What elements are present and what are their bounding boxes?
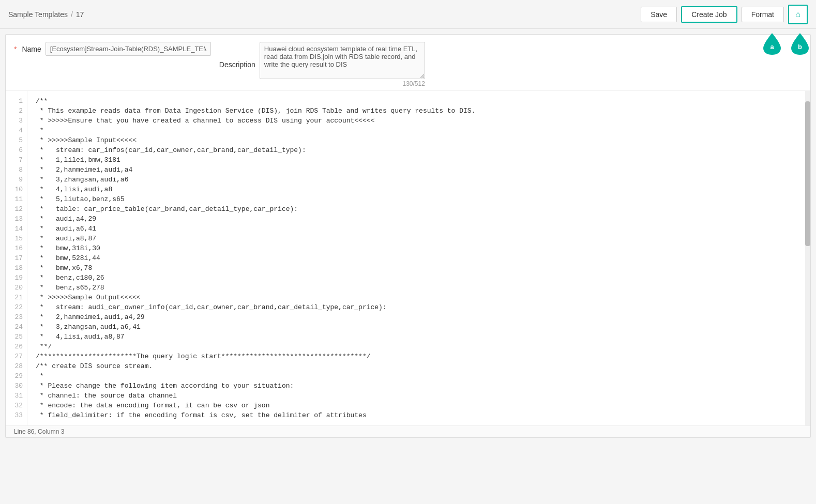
main-panel: * Name Description 130/512 1234567891011… bbox=[5, 34, 811, 438]
line-number: 20 bbox=[6, 283, 27, 293]
breadcrumb-count: 17 bbox=[76, 10, 84, 19]
char-count: 130/512 bbox=[402, 80, 425, 87]
header-actions: Save Create Job Format ⌂ a b bbox=[641, 5, 808, 24]
line-number: 31 bbox=[6, 391, 27, 401]
description-area: 130/512 bbox=[260, 42, 425, 87]
code-content[interactable]: /** * This example reads data from Data … bbox=[27, 91, 810, 425]
line-number: 12 bbox=[6, 204, 27, 214]
description-label: Description bbox=[219, 60, 255, 69]
description-field: Description 130/512 bbox=[219, 42, 425, 87]
line-number: 25 bbox=[6, 332, 27, 342]
drop-icon-b[interactable]: b bbox=[790, 32, 810, 56]
breadcrumb-area: Sample Templates / 17 bbox=[8, 10, 84, 19]
line-number: 1 bbox=[6, 96, 27, 106]
cursor-position: Line 86, Column 3 bbox=[14, 428, 64, 435]
line-number: 17 bbox=[6, 253, 27, 263]
line-number: 3 bbox=[6, 116, 27, 126]
line-number: 30 bbox=[6, 381, 27, 391]
name-required-star: * bbox=[14, 45, 17, 53]
svg-text:b: b bbox=[798, 43, 802, 51]
line-number: 8 bbox=[6, 165, 27, 175]
scrollbar-track[interactable] bbox=[805, 91, 810, 425]
line-number: 16 bbox=[6, 243, 27, 253]
line-number: 11 bbox=[6, 194, 27, 204]
drop-icons: a b bbox=[762, 32, 810, 56]
name-input[interactable] bbox=[46, 42, 211, 56]
drop-icon-a[interactable]: a bbox=[762, 32, 782, 56]
line-number: 28 bbox=[6, 361, 27, 371]
description-textarea[interactable] bbox=[260, 42, 425, 79]
drop-a-svg: a bbox=[762, 32, 782, 56]
line-number: 13 bbox=[6, 214, 27, 224]
name-field: * Name bbox=[14, 42, 211, 56]
line-number: 29 bbox=[6, 371, 27, 381]
name-label: Name bbox=[22, 45, 41, 53]
line-number: 9 bbox=[6, 175, 27, 185]
code-editor: 1234567891011121314151617181920212223242… bbox=[6, 91, 810, 425]
scrollbar-thumb[interactable] bbox=[805, 101, 810, 246]
line-number: 10 bbox=[6, 185, 27, 194]
line-number: 7 bbox=[6, 155, 27, 165]
drop-b-svg: b bbox=[790, 32, 810, 56]
line-number: 18 bbox=[6, 263, 27, 273]
form-row: * Name Description 130/512 bbox=[6, 35, 810, 91]
home-button[interactable]: ⌂ bbox=[788, 5, 808, 24]
line-number: 26 bbox=[6, 342, 27, 352]
line-number: 33 bbox=[6, 410, 27, 420]
line-number: 19 bbox=[6, 273, 27, 283]
line-number: 4 bbox=[6, 126, 27, 135]
line-number: 5 bbox=[6, 135, 27, 145]
line-number: 23 bbox=[6, 312, 27, 322]
format-button[interactable]: Format bbox=[742, 7, 784, 22]
save-button[interactable]: Save bbox=[641, 7, 677, 22]
line-number: 21 bbox=[6, 293, 27, 302]
line-number: 27 bbox=[6, 352, 27, 361]
create-job-button[interactable]: Create Job bbox=[681, 6, 737, 23]
svg-text:a: a bbox=[770, 43, 774, 51]
line-number: 22 bbox=[6, 302, 27, 312]
line-number: 15 bbox=[6, 234, 27, 243]
line-number: 2 bbox=[6, 106, 27, 116]
status-bar: Line 86, Column 3 bbox=[6, 425, 810, 437]
line-number: 32 bbox=[6, 401, 27, 410]
line-number: 6 bbox=[6, 145, 27, 155]
breadcrumb-separator: / bbox=[71, 10, 73, 19]
breadcrumb-templates[interactable]: Sample Templates bbox=[8, 10, 68, 19]
line-number: 14 bbox=[6, 224, 27, 234]
line-number: 24 bbox=[6, 322, 27, 332]
code-text: /** * This example reads data from Data … bbox=[36, 97, 475, 419]
line-numbers: 1234567891011121314151617181920212223242… bbox=[6, 91, 27, 425]
header: Sample Templates / 17 Save Create Job Fo… bbox=[0, 0, 816, 29]
home-icon: ⌂ bbox=[795, 10, 800, 19]
